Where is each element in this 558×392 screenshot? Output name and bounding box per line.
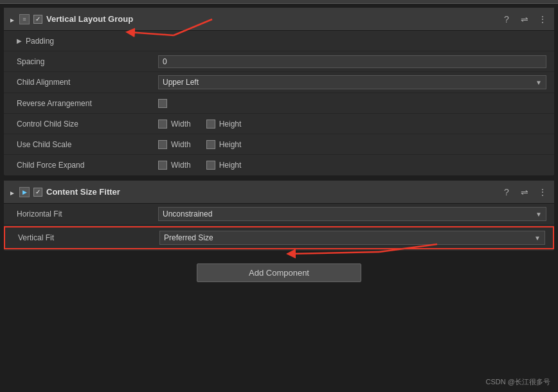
child-alignment-dropdown[interactable]: Upper Left ▼ <box>158 75 546 89</box>
reverse-arrangement-label: Reverse Arrangement <box>17 99 158 108</box>
child-force-expand-value: Width Height <box>158 161 546 170</box>
use-child-scale-value: Width Height <box>158 140 546 149</box>
child-force-expand-height-label: Height <box>219 161 242 170</box>
svg-marker-0 <box>10 19 14 22</box>
add-component-area: Add Component <box>0 253 558 292</box>
csf-settings-icon[interactable]: ⇌ <box>518 186 531 199</box>
padding-arrow-icon: ▶ <box>17 37 22 44</box>
use-child-scale-label: Use Child Scale <box>17 140 158 149</box>
child-force-expand-width-checkbox[interactable] <box>158 161 167 170</box>
horizontal-fit-dropdown-arrow: ▼ <box>536 211 542 218</box>
child-force-expand-height-checkbox[interactable] <box>206 161 215 170</box>
child-alignment-label: Child Alignment <box>17 78 158 87</box>
csf-component-icon: ▶ <box>19 187 30 197</box>
vlg-settings-icon[interactable]: ⇌ <box>518 13 531 26</box>
control-child-size-width-label: Width <box>171 120 191 129</box>
vlg-header: ≡ Vertical Layout Group ? ⇌ ⋮ <box>4 8 554 31</box>
horizontal-fit-label: Horizontal Fit <box>17 209 158 218</box>
control-child-size-label: Control Child Size <box>17 120 158 129</box>
vertical-fit-dropdown-text: Preferred Size <box>164 233 213 242</box>
padding-label: Padding <box>26 37 54 46</box>
use-child-scale-row: Use Child Scale Width Height <box>4 134 554 155</box>
control-child-size-value: Width Height <box>158 120 546 129</box>
use-child-scale-width-label: Width <box>171 140 191 149</box>
csf-body: Horizontal Fit Unconstrained ▼ Vertical … <box>4 204 554 249</box>
csf-collapse-icon[interactable] <box>9 189 15 195</box>
vertical-fit-label: Vertical Fit <box>18 233 159 242</box>
footer-text: CSDN @长江很多号 <box>486 377 550 387</box>
vertical-fit-row: Vertical Fit Preferred Size ▼ <box>4 226 554 249</box>
vlg-enabled-checkbox[interactable] <box>33 15 42 24</box>
horizontal-fit-row: Horizontal Fit Unconstrained ▼ <box>4 204 554 225</box>
top-stub <box>0 0 558 4</box>
main-container: ≡ Vertical Layout Group ? ⇌ ⋮ ▶ Padding … <box>0 0 558 392</box>
csf-title: Content Size Fitter <box>46 187 496 197</box>
control-child-size-height-checkbox[interactable] <box>206 120 215 129</box>
child-force-expand-width-item: Width <box>158 161 191 170</box>
vlg-collapse-icon[interactable] <box>9 16 15 22</box>
padding-row[interactable]: ▶ Padding <box>4 31 554 51</box>
vlg-body: ▶ Padding Spacing Child Alignment Upper … <box>4 31 554 175</box>
child-force-expand-checkboxes: Width Height <box>158 161 241 170</box>
horizontal-fit-value-container: Unconstrained ▼ <box>158 207 546 221</box>
use-child-scale-checkboxes: Width Height <box>158 140 241 149</box>
vlg-component-icon: ≡ <box>19 14 30 24</box>
child-alignment-dropdown-text: Upper Left <box>163 78 199 87</box>
spacing-value-container <box>158 55 546 68</box>
spacing-row: Spacing <box>4 51 554 72</box>
spacing-label: Spacing <box>17 57 158 66</box>
spacing-input[interactable] <box>158 55 546 68</box>
child-force-expand-row: Child Force Expand Width Height <box>4 155 554 175</box>
csf-help-icon[interactable]: ? <box>500 186 513 199</box>
use-child-scale-width-checkbox[interactable] <box>158 140 167 149</box>
control-child-size-width-checkbox[interactable] <box>158 120 167 129</box>
vlg-header-icons: ? ⇌ ⋮ <box>500 13 549 26</box>
child-alignment-dropdown-arrow: ▼ <box>536 79 542 86</box>
content-size-fitter-panel: ▶ Content Size Fitter ? ⇌ ⋮ Horizontal F… <box>4 181 554 251</box>
use-child-scale-height-item: Height <box>206 140 242 149</box>
reverse-arrangement-checkbox[interactable] <box>158 99 167 108</box>
horizontal-fit-dropdown[interactable]: Unconstrained ▼ <box>158 207 546 221</box>
vertical-fit-value-container: Preferred Size ▼ <box>159 231 545 245</box>
svg-marker-1 <box>10 192 14 195</box>
child-force-expand-label: Child Force Expand <box>17 161 158 170</box>
control-child-size-row: Control Child Size Width Height <box>4 114 554 134</box>
control-child-size-width-item: Width <box>158 120 191 129</box>
vlg-help-icon[interactable]: ? <box>500 13 513 26</box>
vertical-fit-dropdown-arrow: ▼ <box>534 235 541 242</box>
csf-header: ▶ Content Size Fitter ? ⇌ ⋮ <box>4 181 554 204</box>
control-child-size-checkboxes: Width Height <box>158 120 241 129</box>
add-component-button[interactable]: Add Component <box>197 263 361 282</box>
footer-label: CSDN @长江很多号 <box>486 378 550 386</box>
vertical-fit-dropdown[interactable]: Preferred Size ▼ <box>159 231 545 245</box>
use-child-scale-width-item: Width <box>158 140 191 149</box>
child-alignment-row: Child Alignment Upper Left ▼ <box>4 72 554 93</box>
use-child-scale-height-label: Height <box>219 140 242 149</box>
horizontal-fit-dropdown-text: Unconstrained <box>163 209 212 218</box>
vertical-layout-group-panel: ≡ Vertical Layout Group ? ⇌ ⋮ ▶ Padding … <box>4 8 554 175</box>
child-force-expand-width-label: Width <box>171 161 191 170</box>
reverse-arrangement-value <box>158 99 546 108</box>
csf-header-icons: ? ⇌ ⋮ <box>500 186 549 199</box>
csf-menu-icon[interactable]: ⋮ <box>536 186 549 199</box>
csf-enabled-checkbox[interactable] <box>33 188 42 197</box>
child-alignment-value-container: Upper Left ▼ <box>158 75 546 89</box>
child-force-expand-height-item: Height <box>206 161 242 170</box>
vlg-title: Vertical Layout Group <box>46 14 496 24</box>
control-child-size-height-label: Height <box>219 120 242 129</box>
reverse-arrangement-row: Reverse Arrangement <box>4 93 554 114</box>
vlg-menu-icon[interactable]: ⋮ <box>536 13 549 26</box>
use-child-scale-height-checkbox[interactable] <box>206 140 215 149</box>
control-child-size-height-item: Height <box>206 120 242 129</box>
